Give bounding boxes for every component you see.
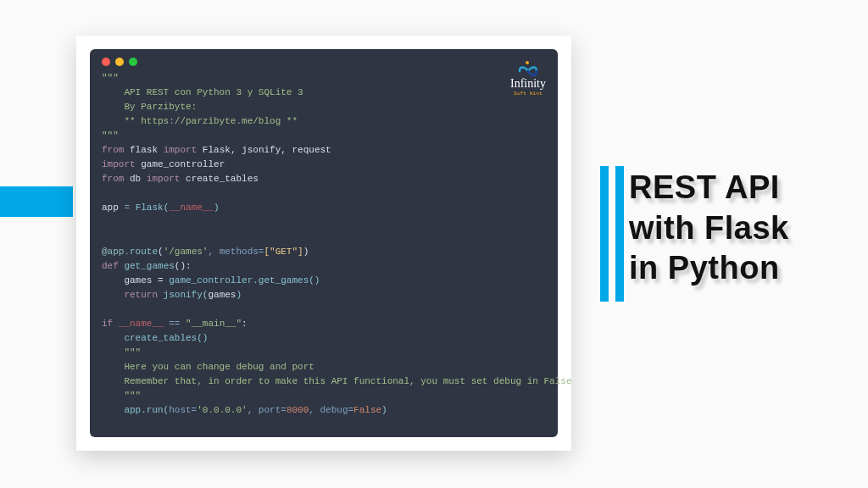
code-token: games = [102,275,169,286]
code-token: if [102,319,113,329]
code-token: , port= [248,405,287,415]
svg-point-0 [526,61,529,64]
code-token: Here you can change debug and port [102,362,314,372]
code-token: app.run( [102,405,169,415]
brand-subtitle: Soft Hint [510,90,546,97]
code-token: game_controller [141,159,225,169]
brand-logo: Infinity Soft Hint [510,59,546,97]
code-token: API REST con Python 3 y SQLite 3 [102,87,303,97]
code-token: ) [381,405,387,415]
code-token: __name__ [169,202,214,213]
zoom-icon [129,58,137,66]
code-token: Flask [203,145,231,155]
code-token: ) [303,247,309,257]
window-traffic-lights [102,58,546,66]
code-token: __name__ [119,319,164,329]
code-token: import [102,159,136,169]
code-token: db [130,174,141,184]
code-token: from [102,174,124,184]
code-token: """ [102,73,119,83]
code-token: : [186,261,192,271]
code-token: ["GET"] [264,247,303,257]
code-card: Infinity Soft Hint """ API REST con Pyth… [76,36,571,451]
page-title-block: REST API with Flask in Python [629,168,854,289]
code-token: = [119,202,136,213]
code-token: route [130,247,158,257]
code-token: jsonify( [158,290,208,300]
accent-bar [600,166,609,302]
code-token: games [208,290,236,300]
code-token: jsonify [242,145,281,155]
infinity-icon [516,59,540,76]
code-token: request [292,145,331,155]
title-line: with Flask [629,210,789,246]
code-terminal: Infinity Soft Hint """ API REST con Pyth… [90,49,558,437]
code-token: : [242,319,248,329]
code-token: app [102,202,119,213]
code-token: Remember that, in order to make this API… [102,376,572,386]
title-line: in Python [629,250,780,286]
code-token: '0.0.0.0' [197,405,247,415]
code-token: ( [158,247,164,257]
code-token: create_tables [186,174,259,184]
code-token: 8000 [287,405,309,415]
code-token: game_controller.get_games() [169,275,320,286]
code-token: """ [124,391,141,401]
code-token: False [353,405,381,415]
code-token: get_games [124,261,174,271]
minimize-icon [115,58,124,66]
code-token: @app [102,247,124,257]
code-token: create_tables() [102,333,208,343]
code-token: , debug= [309,405,353,415]
code-token: import [147,174,181,184]
code-token: ) [214,202,220,213]
code-token: ) [236,290,242,300]
accent-bar [615,166,624,302]
close-icon [102,58,110,66]
code-token: host= [169,405,197,415]
code-token: , methods= [208,247,264,257]
page-title: REST API with Flask in Python [629,168,854,289]
code-token: """ [102,130,119,141]
code-token: By Parzibyte: [102,102,197,112]
code-token: == [164,319,186,329]
title-accent-bars [600,166,624,302]
code-token: """ [124,347,141,358]
code-token: Flask( [136,202,170,213]
code-token: import [164,145,198,155]
title-line: REST API [629,169,780,205]
left-accent-bar [0,186,73,217]
code-token: "__main__" [186,319,242,329]
code-token: def [102,261,119,271]
code-token: from [102,145,124,155]
code-token: flask [130,145,158,155]
code-block: """ API REST con Python 3 y SQLite 3 By … [102,71,546,418]
code-token: return [124,290,158,300]
code-token: ** https://parzibyte.me/blog ** [102,116,298,126]
brand-name: Infinity [510,78,546,90]
code-token: '/games' [164,247,209,257]
